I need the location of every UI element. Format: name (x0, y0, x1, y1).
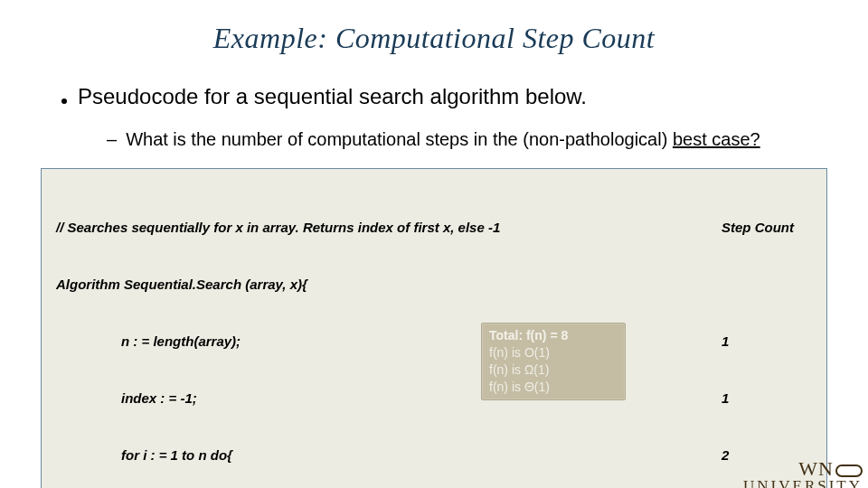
bullet-level-2: – What is the number of computational st… (107, 127, 803, 152)
code-line: // Searches sequentially for x in array.… (56, 218, 722, 237)
totals-o: f(n) is O(1) (489, 344, 618, 361)
step-count-column: Step Count 1 1 2 1 1 1 1 (722, 180, 812, 488)
totals-head: Total: f(n) = 8 (489, 327, 618, 344)
bullet-dot-icon (61, 99, 67, 104)
totals-omega: f(n) is Ω(1) (489, 361, 618, 379)
university-logo: WN UNIVERSITY (743, 460, 863, 488)
code-line: for i : = 1 to n do{ (56, 446, 722, 465)
code-box: // Searches sequentially for x in array.… (41, 168, 827, 488)
logo-accent-icon (835, 465, 863, 477)
bullet-2-pre: What is the number of computational step… (126, 129, 673, 149)
bullet-2-underline: best case? (673, 129, 760, 149)
step-value: 1 (722, 389, 812, 408)
totals-theta: f(n) is Θ(1) (489, 379, 618, 396)
code-line: Algorithm Sequential.Search (array, x){ (56, 275, 722, 294)
bullet-1-text: Pseudocode for a sequential search algor… (78, 84, 587, 109)
step-header: Step Count (722, 218, 812, 237)
bullet-level-1: Pseudocode for a sequential search algor… (61, 84, 839, 109)
totals-box: Total: f(n) = 8 f(n) is O(1) f(n) is Ω(1… (481, 323, 626, 400)
logo-row-1: WN (743, 460, 863, 479)
bullet-2-text: What is the number of computational step… (126, 127, 760, 152)
slide-title: Example: Computational Step Count (29, 22, 839, 55)
step-blank (722, 275, 812, 294)
bullet-dash-icon: – (107, 127, 117, 152)
logo-row-2: UNIVERSITY (743, 479, 863, 488)
step-value: 1 (722, 332, 812, 351)
slide: Example: Computational Step Count Pseudo… (0, 0, 868, 488)
